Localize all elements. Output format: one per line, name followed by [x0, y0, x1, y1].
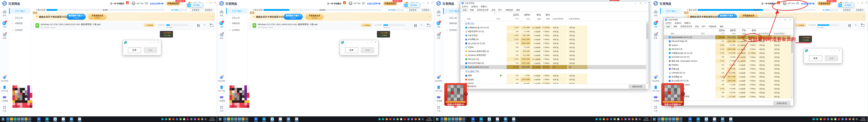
process-row[interactable]: ›Microsoft Edge (8)0%445.3 MB0 MB/秒0 Mbp…	[460, 61, 646, 65]
start-button[interactable]	[436, 118, 438, 120]
censored-taskbar-icon[interactable]	[13, 118, 17, 121]
process-row[interactable]: ›SyncDisk.exe (32 位)0%7.5 MB0.1 MB/秒0 Mb…	[664, 55, 791, 59]
minimize-button[interactable]: —	[856, 2, 860, 4]
avatar[interactable]	[132, 1, 135, 5]
process-row[interactable]: ›System0.8%0.1 MB0.1 MB/秒0 Mbps非常低非常低	[664, 43, 791, 47]
censored-taskbar-icon[interactable]	[661, 118, 664, 121]
subnav-item-finished[interactable]: ✓传输完成	[9, 22, 31, 25]
process-row[interactable]: ›BaiduNetdisk (32 位) (2)20.9%149.6 MB8.8…	[460, 65, 646, 69]
censored-taskbar-icon[interactable]	[10, 118, 13, 121]
pause-download-icon[interactable]	[197, 24, 200, 27]
banner-close-icon[interactable]: ×	[212, 15, 213, 18]
mobile-cloud-taskbar-icon[interactable]	[262, 118, 266, 121]
censored-taskbar-icon[interactable]	[676, 118, 679, 121]
start-all-button[interactable]: 全部开始	[396, 8, 404, 11]
elang-app-taskbar-icon[interactable]	[287, 118, 290, 121]
sidebar-item-photos[interactable]: 一刻相册	[217, 95, 226, 103]
enterprise-cert-link[interactable]: 企业认证享V标	[150, 2, 163, 5]
tm-tab-5[interactable]: 详细信息	[504, 8, 515, 12]
process-row[interactable]: ›夸克网盘 (6)1.3%300.3 MB0 MB/秒0 Mbps非常低非常低	[664, 75, 791, 79]
elang-app-taskbar-icon[interactable]	[70, 118, 73, 121]
tray-icon[interactable]	[841, 118, 844, 120]
tray-icon[interactable]	[607, 118, 609, 120]
sidebar-item-friends[interactable]: 好友	[651, 33, 660, 40]
process-row[interactable]: ›Windows 资源管理器 (3)0%34.6 MB0 MB/秒0 Mbps非…	[460, 49, 646, 53]
tray-icon[interactable]	[614, 118, 616, 120]
minimize-button[interactable]: —	[205, 2, 208, 4]
tm-col-cpu[interactable]: CPU	[507, 18, 519, 20]
tm-tab-4[interactable]: 用户	[701, 25, 707, 28]
tray-icon[interactable]	[813, 118, 815, 120]
kdocs-cube-taskbar-icon[interactable]	[254, 118, 257, 121]
censored-taskbar-icon[interactable]	[238, 118, 241, 121]
mobile-cloud-taskbar-icon[interactable]	[479, 118, 483, 121]
sidebar-item-transfer[interactable]: 1传输	[217, 21, 226, 29]
start-button[interactable]	[2, 118, 4, 120]
tray-icon[interactable]	[378, 118, 380, 120]
process-row[interactable]: ›阿里云盘0%19.4 MB0 MB/秒0 Mbps非常低非常低	[664, 67, 791, 71]
cancel-download-icon[interactable]: ×	[204, 24, 205, 26]
baidu-netdisk-taskbar-icon[interactable]	[488, 118, 491, 121]
tray-icon[interactable]	[849, 118, 851, 120]
promo-link[interactable]: 五一年卡特惠价	[761, 2, 776, 5]
sidebar-item-sync-space[interactable]: 同步空间	[217, 75, 226, 83]
sort-chevron-icon[interactable]: ∨	[494, 12, 496, 14]
task-manager-taskbar-icon[interactable]	[295, 118, 298, 121]
dialog-accel-button[interactable]: 加速	[825, 55, 838, 61]
tm-minimize-button[interactable]: —	[778, 19, 782, 21]
censored-taskbar-icon[interactable]	[679, 118, 682, 121]
tm-detail-toggle[interactable]: ⌃简略信息(D)	[462, 85, 494, 88]
mobile-cloud-taskbar-icon[interactable]	[45, 118, 49, 121]
tm-minimize-button[interactable]: —	[633, 2, 638, 4]
tray-icon[interactable]	[595, 118, 597, 120]
tray-icon[interactable]	[382, 118, 384, 120]
tray-icon[interactable]	[636, 118, 638, 120]
tray-icon[interactable]	[610, 118, 612, 120]
tm-menu-item[interactable]: 文件(F)	[665, 22, 672, 25]
kdocs-cube-taskbar-icon[interactable]	[471, 118, 474, 121]
tm-tab-1[interactable]: 性能	[672, 25, 679, 28]
tray-icon[interactable]	[407, 118, 409, 120]
elang-app-taskbar-icon[interactable]	[721, 118, 724, 121]
censored-taskbar-icon[interactable]	[6, 118, 9, 121]
censored-taskbar-icon[interactable]	[242, 118, 245, 121]
censored-taskbar-icon[interactable]	[245, 118, 248, 121]
dialog-restore-button[interactable]: 恢复	[128, 47, 141, 53]
tm-scrollbar[interactable]: ⌃∨	[791, 35, 794, 98]
tray-icon[interactable]	[411, 118, 413, 120]
censored-taskbar-icon[interactable]	[459, 118, 462, 121]
promo-link[interactable]: 五一年卡特惠价	[327, 2, 341, 5]
sidebar-item-transfer[interactable]: 1传输	[434, 21, 443, 29]
tm-scroll-thumb[interactable]	[646, 23, 648, 39]
process-row[interactable]: ›Windows 资源管理器0%11.9 MB0 MB/秒0 Mbps非常低非常…	[460, 53, 646, 57]
sidebar-item-home[interactable]: 首页	[651, 10, 660, 18]
process-row[interactable]: ›金山文档 (32 位) (6)0%299.6 MB0 MB/秒0 Mbps非常…	[460, 41, 646, 45]
cancel-download-icon[interactable]: ×	[421, 24, 422, 26]
elang-app-taskbar-icon[interactable]	[504, 118, 507, 121]
censored-taskbar-icon[interactable]	[440, 118, 444, 121]
tm-close-button[interactable]: ×	[788, 18, 793, 21]
taskbar-clock[interactable]: 9:302025/5/1	[642, 117, 650, 121]
process-row[interactable]: ›夸克网盘 (6)0.3%299.5 MB0 MB/秒0 Mbps非常低非常低	[460, 37, 646, 41]
process-row[interactable]: ›Uninstall (32 位)0%12.3 MB0 MB/秒0 Mbps非常…	[664, 71, 791, 75]
buy-download-card-button[interactable]: 购买限时下载卡ⓘ8.5元/月	[67, 14, 86, 20]
gift-icon[interactable]	[126, 2, 129, 4]
tm-tab-3[interactable]: 启动	[694, 25, 700, 28]
sidebar-item-sync-space[interactable]: 同步空间	[434, 75, 443, 83]
tm-maximize-button[interactable]: ▢	[638, 2, 643, 4]
sidebar-item-photos[interactable]: 一刻相册	[651, 95, 660, 103]
tray-icon[interactable]	[183, 118, 185, 120]
process-row[interactable]: ›中国移动云盘 (32 位) (4)1.2%76.3 MB0.1 MB/秒0.1…	[460, 26, 646, 30]
censored-taskbar-icon[interactable]	[227, 118, 230, 121]
sidebar-item-home[interactable]: 首页	[434, 10, 443, 18]
tray-icon[interactable]	[621, 118, 623, 120]
dialog-close-button[interactable]: ×	[156, 41, 160, 43]
baidu-netdisk-taskbar-icon[interactable]	[705, 118, 708, 121]
tray-icon[interactable]	[169, 118, 171, 120]
close-button[interactable]: ×	[213, 1, 217, 4]
task-manager-taskbar-icon[interactable]	[78, 118, 81, 121]
tray-icon[interactable]	[201, 118, 203, 120]
banner-open-svip-button[interactable]: 开通超级会员25元/月	[88, 14, 107, 20]
scroll-up-icon[interactable]: ⌃	[646, 22, 648, 23]
tm-tab-4[interactable]: 用户	[497, 8, 503, 12]
